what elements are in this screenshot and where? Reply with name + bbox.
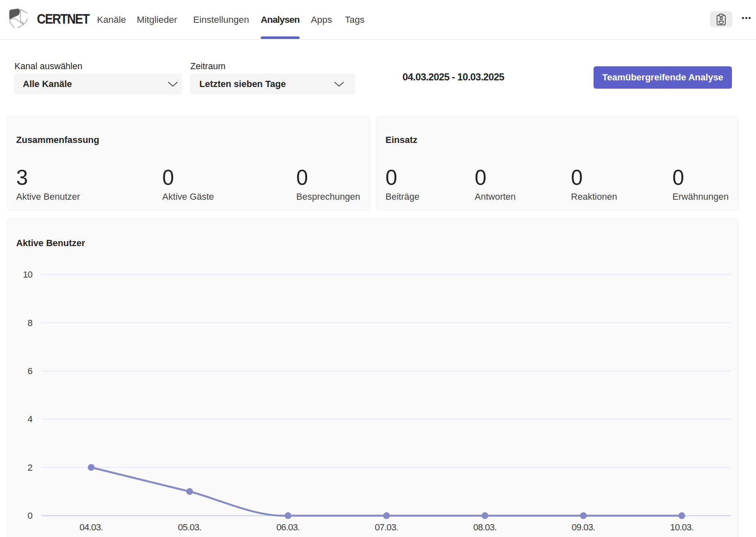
svg-text:10.03.: 10.03. (670, 522, 693, 532)
svg-text:2: 2 (28, 462, 33, 473)
svg-text:04.03.: 04.03. (80, 522, 103, 532)
svg-text:8: 8 (28, 318, 33, 328)
svg-text:4: 4 (28, 414, 33, 424)
svg-text:10: 10 (23, 269, 32, 280)
svg-text:05.03.: 05.03. (178, 522, 201, 532)
svg-text:06.03.: 06.03. (276, 522, 300, 532)
svg-text:08.03.: 08.03. (473, 522, 497, 532)
svg-text:09.03.: 09.03. (572, 522, 595, 532)
svg-text:6: 6 (28, 366, 33, 376)
svg-text:0: 0 (28, 510, 33, 521)
svg-text:07.03.: 07.03. (375, 522, 398, 532)
